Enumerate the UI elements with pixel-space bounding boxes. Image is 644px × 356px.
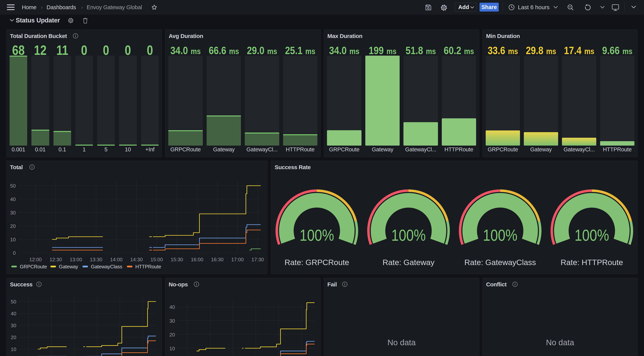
svg-text:100%: 100%: [391, 226, 426, 244]
svg-text:30: 30: [10, 210, 16, 216]
svg-text:50: 50: [11, 299, 16, 305]
svg-text:20: 20: [170, 332, 175, 337]
svg-text:GRPCRoute: GRPCRoute: [20, 264, 47, 269]
svg-text:Rate: GatewayClass: Rate: GatewayClass: [464, 258, 536, 267]
svg-text:16:30: 16:30: [211, 257, 224, 262]
svg-text:HTTPRoute: HTTPRoute: [135, 264, 161, 269]
svg-text:0: 0: [13, 250, 16, 256]
svg-text:10: 10: [170, 346, 175, 351]
svg-text:30: 30: [11, 323, 16, 328]
svg-text:10: 10: [11, 346, 16, 352]
svg-text:Rate: Gateway: Rate: Gateway: [382, 258, 435, 267]
svg-text:13:30: 13:30: [90, 257, 102, 262]
svg-text:GatewayClass: GatewayClass: [91, 264, 122, 269]
svg-text:50: 50: [10, 183, 16, 189]
svg-text:100%: 100%: [574, 226, 609, 244]
svg-text:13:00: 13:00: [70, 257, 82, 262]
svg-text:17:00: 17:00: [231, 257, 244, 262]
svg-text:12:00: 12:00: [29, 257, 42, 262]
svg-text:15:00: 15:00: [150, 257, 163, 262]
svg-text:14:00: 14:00: [110, 257, 122, 262]
svg-text:20: 20: [10, 223, 16, 229]
svg-text:Rate: HTTPRoute: Rate: HTTPRoute: [560, 258, 623, 267]
svg-text:14:30: 14:30: [130, 257, 143, 262]
svg-text:16:00: 16:00: [191, 257, 203, 262]
svg-text:30: 30: [170, 318, 175, 324]
svg-text:Gateway: Gateway: [59, 264, 78, 269]
svg-text:17:30: 17:30: [252, 257, 264, 262]
svg-text:100%: 100%: [483, 226, 518, 244]
svg-text:12:30: 12:30: [50, 257, 62, 262]
svg-text:Rate: GRPCRoute: Rate: GRPCRoute: [284, 258, 349, 267]
svg-text:40: 40: [11, 311, 16, 316]
svg-text:20: 20: [11, 334, 16, 340]
svg-text:40: 40: [170, 304, 175, 310]
svg-text:15:30: 15:30: [170, 257, 183, 262]
svg-text:40: 40: [10, 196, 16, 202]
svg-text:100%: 100%: [300, 226, 334, 244]
svg-text:10: 10: [10, 237, 16, 242]
